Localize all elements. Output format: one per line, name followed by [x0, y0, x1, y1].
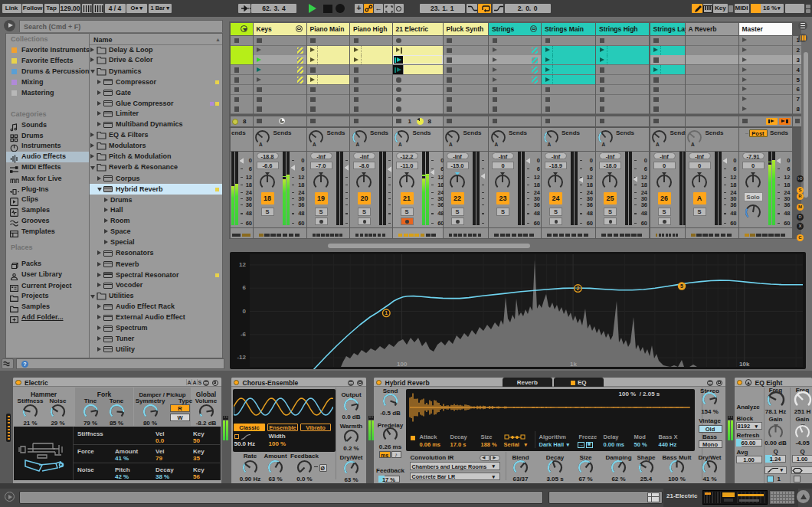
svg-text:2: 2 [576, 286, 579, 291]
svg-text:1: 1 [385, 310, 388, 316]
svg-text:5: 5 [680, 283, 683, 289]
